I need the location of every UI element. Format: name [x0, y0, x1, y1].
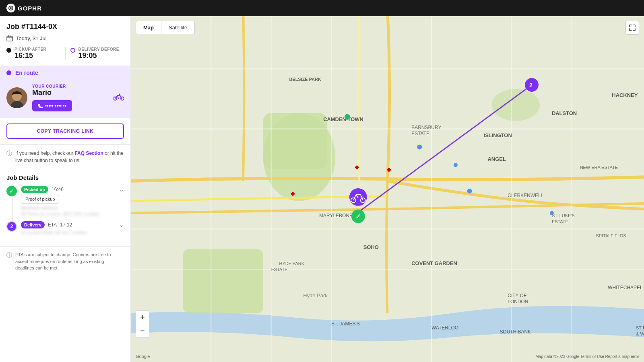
courier-label: YOUR COURIER	[32, 84, 109, 88]
svg-text:✓: ✓	[355, 213, 361, 220]
pickup-dot-icon	[6, 48, 11, 53]
svg-text:ST. JAMES'S: ST. JAMES'S	[331, 321, 360, 327]
delivery-address-blurred: xx Cxxxxx Road, N1 3LL, London	[21, 230, 124, 235]
delivery-icons: 2	[6, 221, 17, 232]
svg-rect-11	[183, 249, 263, 313]
eta-note-section: ⓘ ETA's are subject to change. Couriers …	[0, 246, 130, 276]
times-row: PICKUP AFTER 16:15 DELIVERY BEFORE 19:05	[6, 47, 124, 60]
delivery-label: DELIVERY BEFORE	[78, 47, 119, 51]
en-route-section: En route	[0, 66, 130, 80]
calendar-icon	[6, 35, 13, 41]
en-route-text: En route	[15, 70, 38, 76]
tracking-section: COPY TRACKING LINK	[0, 118, 130, 145]
logo-text: GOPHR	[18, 5, 42, 12]
gophr-logo: GOPHR	[6, 4, 42, 12]
phone-icon	[38, 103, 43, 108]
delivery-number-badge: 2	[7, 222, 16, 231]
svg-text:BELSIZE PARK: BELSIZE PARK	[289, 77, 321, 82]
delivery-expand-icon[interactable]: ⌄	[119, 222, 124, 228]
svg-point-52	[454, 163, 458, 167]
delivery-time: 19:05	[78, 51, 119, 60]
date-text: Today, 31 Jul	[16, 35, 47, 41]
delivery-dot-icon	[70, 48, 75, 53]
pickup-status-icon: ✓	[6, 186, 17, 196]
zoom-in-button[interactable]: +	[136, 311, 149, 324]
svg-text:ANGEL: ANGEL	[488, 156, 506, 162]
svg-text:SOHO: SOHO	[363, 244, 379, 250]
call-btn-label: ••••• •••• ••	[45, 103, 66, 109]
pickup-label: PICKUP AFTER	[14, 47, 46, 51]
google-logo: Google	[136, 354, 150, 359]
svg-text:CAMDEN TOWN: CAMDEN TOWN	[323, 116, 363, 122]
svg-text:ESTATE: ESTATE	[411, 131, 429, 136]
svg-text:COVENT GARDEN: COVENT GARDEN	[411, 260, 457, 266]
job-item-delivery: 2 Delivery ETA 17:12 ⌄ xx Cxxxxx Road, N…	[6, 221, 124, 235]
pickup-info: PICKUP AFTER 16:15	[14, 47, 46, 60]
logo-icon	[6, 4, 15, 12]
zoom-out-button[interactable]: −	[136, 324, 149, 338]
map-tab-satellite[interactable]: Satellite	[161, 21, 195, 34]
job-title: Job #T1144-0X	[6, 23, 124, 31]
svg-point-51	[417, 144, 422, 149]
eta-note-text: ETA's are subject to change. Couriers ar…	[15, 251, 124, 272]
delivery-item-header: Delivery ETA 17:12 ⌄	[21, 221, 124, 228]
delivery-info: DELIVERY BEFORE 19:05	[78, 47, 119, 60]
pickup-item-content: Picked up 16:46 ⌄ Proof of pickup Mxxxxx…	[21, 186, 124, 216]
delivery-box: DELIVERY BEFORE 19:05	[70, 47, 124, 60]
map-attribution: Map data ©2023 Google Terms of Use Repor…	[535, 354, 639, 359]
pickup-expand-icon[interactable]: ⌄	[119, 186, 124, 193]
svg-text:HACKNEY: HACKNEY	[612, 92, 638, 98]
eta-time: 17:12	[60, 222, 72, 228]
pickup-box: PICKUP AFTER 16:15	[6, 47, 60, 60]
delivery-badge: Delivery	[21, 221, 45, 228]
pickup-time: 16:15	[14, 51, 46, 60]
app-header: GOPHR	[0, 0, 644, 16]
svg-text:ST KATHARINE'S: ST KATHARINE'S	[636, 325, 644, 330]
job-details-title: Job Details	[6, 174, 124, 181]
svg-point-54	[550, 211, 554, 215]
sidebar-top: Job #T1144-0X Today, 31 Jul PICKUP AFTER…	[0, 16, 130, 66]
main-layout: Job #T1144-0X Today, 31 Jul PICKUP AFTER…	[0, 16, 644, 362]
map-area: BELSIZE PARK CAMDEN TOWN BARNSBURY ESTAT…	[131, 16, 644, 362]
svg-rect-2	[7, 36, 12, 41]
svg-text:DALSTON: DALSTON	[552, 110, 577, 116]
svg-point-53	[467, 189, 472, 193]
svg-point-50	[345, 114, 350, 120]
avatar-image	[6, 87, 27, 108]
svg-text:ISLINGTON: ISLINGTON	[484, 132, 512, 138]
info-icon: ⓘ	[6, 150, 12, 157]
svg-text:WATERLOO: WATERLOO	[431, 325, 458, 331]
map-view-tabs: Map Satellite	[136, 21, 195, 34]
copy-tracking-link-button[interactable]: COPY TRACKING LINK	[6, 123, 124, 139]
faq-link[interactable]: FAQ Section	[74, 150, 103, 156]
map-zoom-controls: + −	[136, 311, 149, 338]
eta-label: ETA	[48, 222, 57, 228]
pickup-name-blurred: Mxxxxxx xxkxxxx	[21, 205, 124, 211]
call-button[interactable]: ••••• •••• ••	[32, 100, 72, 111]
pickup-timestamp: 16:46	[52, 187, 64, 192]
map-background: BELSIZE PARK CAMDEN TOWN BARNSBURY ESTAT…	[131, 16, 644, 362]
bike-icon	[114, 93, 124, 103]
proof-of-pickup-button[interactable]: Proof of pickup	[21, 195, 59, 204]
pickup-details: Proof of pickup Mxxxxxx xxkxxxx 25 Pxxxx…	[21, 195, 124, 216]
svg-text:Hyde Park: Hyde Park	[303, 292, 328, 298]
svg-text:ESTATE: ESTATE	[271, 267, 288, 272]
picked-up-badge: Picked up	[21, 186, 48, 193]
map-tab-map[interactable]: Map	[136, 21, 161, 34]
fullscreen-button[interactable]	[625, 21, 639, 35]
svg-text:& WAPPING: & WAPPING	[636, 331, 644, 336]
svg-rect-10	[263, 113, 327, 169]
svg-text:ESTATE: ESTATE	[552, 219, 568, 224]
date-row: Today, 31 Jul	[6, 35, 124, 41]
courier-info: YOUR COURIER Mario ••••• •••• ••	[32, 84, 109, 111]
fullscreen-icon	[629, 25, 636, 31]
eta-info-icon: ⓘ	[6, 252, 12, 259]
help-text: If you need help, check our FAQ Section …	[15, 150, 124, 164]
help-section: ⓘ If you need help, check our FAQ Sectio…	[0, 145, 130, 169]
time-divider	[65, 47, 66, 60]
delivery-circle-icon: 2	[6, 221, 17, 232]
svg-text:WHITECHAPEL: WHITECHAPEL	[608, 285, 643, 290]
delivery-item-content: Delivery ETA 17:12 ⌄ xx Cxxxxx Road, N1 …	[21, 221, 124, 235]
svg-point-57	[349, 188, 367, 206]
sidebar: Job #T1144-0X Today, 31 Jul PICKUP AFTER…	[0, 16, 131, 362]
